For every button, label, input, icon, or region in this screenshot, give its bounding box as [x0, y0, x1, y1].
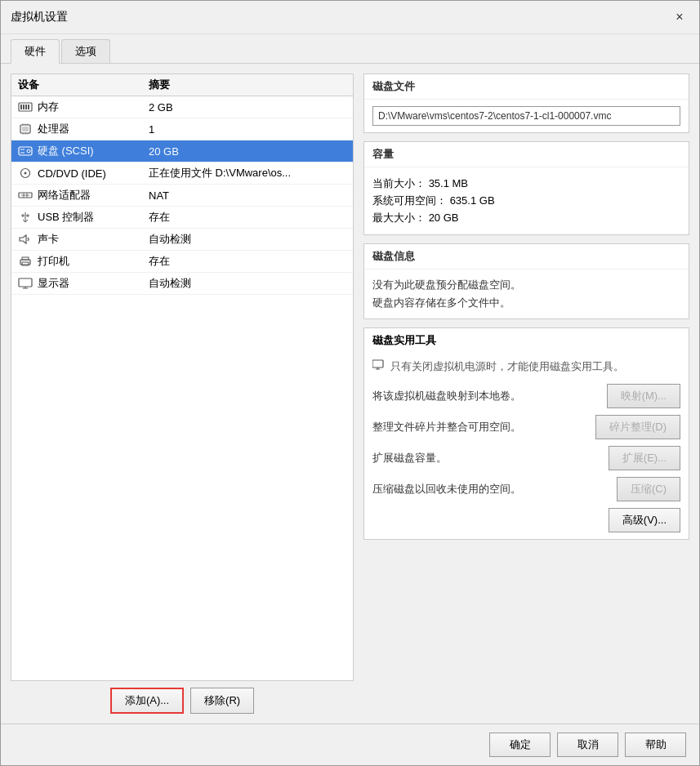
cdrom-icon: [18, 167, 33, 179]
device-name: 打印机: [38, 254, 69, 269]
defrag-label: 整理文件碎片并整合可用空间。: [372, 420, 595, 434]
max-size-value: 20 GB: [429, 212, 459, 224]
svg-rect-4: [28, 105, 29, 109]
table-row[interactable]: 显示器 自动检测: [11, 273, 353, 295]
table-row[interactable]: CD/DVD (IDE) 正在使用文件 D:\VMware\os...: [11, 163, 353, 185]
svg-rect-3: [25, 105, 27, 109]
capacity-title: 容量: [364, 142, 689, 167]
disk-utility-section: 磁盘实用工具 只有关闭虚拟机电源时，才能使用磁盘实用工具。 将该虚拟机磁盘映射到…: [363, 327, 689, 540]
max-size-label: 最大大小：: [372, 212, 426, 224]
device-name: 内存: [38, 100, 59, 114]
add-button[interactable]: 添加(A)...: [110, 688, 184, 714]
system-free-row: 系统可用空间： 635.1 GB: [372, 194, 680, 208]
max-size-row: 最大大小： 20 GB: [372, 211, 680, 225]
system-free-label: 系统可用空间：: [372, 194, 447, 207]
title-bar: 虚拟机设置 ×: [1, 1, 699, 34]
expand-button[interactable]: 扩展(E)...: [609, 446, 680, 470]
device-cell: USB 控制器: [18, 210, 149, 225]
disk-utility-title: 磁盘实用工具: [364, 328, 689, 353]
cancel-button[interactable]: 取消: [557, 733, 618, 757]
summary-cell: 正在使用文件 D:\VMware\os...: [149, 166, 346, 180]
disk-info-body: 没有为此硬盘预分配磁盘空间。 硬盘内容存储在多个文件中。: [364, 269, 689, 318]
table-row[interactable]: 网络适配器 NAT: [11, 185, 353, 207]
map-row: 将该虚拟机磁盘映射到本地卷。 映射(M)...: [372, 384, 680, 408]
expand-label: 扩展磁盘容量。: [372, 451, 609, 465]
device-cell: 打印机: [18, 254, 149, 269]
summary-cell: 自动检测: [149, 276, 346, 291]
printer-icon: [18, 256, 33, 267]
summary-cell: 存在: [149, 254, 346, 269]
utility-note: 只有关闭虚拟机电源时，才能使用磁盘实用工具。: [372, 359, 680, 374]
tab-hardware[interactable]: 硬件: [11, 39, 60, 64]
disk-info-line2: 硬盘内容存储在多个文件中。: [372, 294, 680, 312]
disk-file-section: 磁盘文件: [363, 73, 689, 133]
map-label: 将该虚拟机磁盘映射到本地卷。: [372, 389, 607, 403]
monitor-small-icon: [372, 359, 386, 373]
disk-file-input[interactable]: [372, 106, 680, 126]
current-size-row: 当前大小： 35.1 MB: [372, 176, 680, 191]
summary-cell: 1: [149, 123, 346, 136]
svg-rect-30: [372, 360, 383, 367]
table-row[interactable]: 处理器 1: [11, 118, 353, 140]
summary-cell: 存在: [149, 210, 346, 225]
defrag-button[interactable]: 碎片整理(D): [595, 415, 680, 439]
advanced-button[interactable]: 高级(V)...: [609, 508, 680, 532]
device-name: 声卡: [38, 232, 59, 247]
summary-cell: NAT: [149, 189, 346, 202]
right-panel: 磁盘文件 容量 当前大小： 35.1 MB 系统可用空间： 635.1 GB: [363, 73, 689, 714]
svg-rect-27: [19, 278, 32, 287]
map-button[interactable]: 映射(M)...: [607, 384, 680, 408]
defrag-row: 整理文件碎片并整合可用空间。 碎片整理(D): [372, 415, 680, 439]
memory-icon: [18, 101, 33, 113]
compress-label: 压缩磁盘以回收未使用的空间。: [372, 482, 617, 497]
utility-note-text: 只有关闭虚拟机电源时，才能使用磁盘实用工具。: [390, 359, 624, 374]
sound-icon: [18, 234, 33, 245]
table-row-harddisk[interactable]: 硬盘 (SCSI) 20 GB: [11, 140, 353, 163]
summary-cell: 自动检测: [149, 232, 346, 247]
current-size-label: 当前大小：: [372, 177, 426, 189]
svg-point-14: [27, 149, 30, 153]
ok-button[interactable]: 确定: [489, 733, 551, 757]
svg-marker-23: [20, 235, 26, 243]
disk-file-body: [364, 100, 689, 132]
device-name: USB 控制器: [38, 210, 94, 225]
table-row[interactable]: 内存 2 GB: [11, 96, 353, 118]
footer: 确定 取消 帮助: [1, 724, 699, 765]
summary-cell: 20 GB: [149, 145, 346, 158]
tab-options[interactable]: 选项: [61, 39, 110, 63]
device-name: 显示器: [38, 276, 69, 291]
table-row[interactable]: 打印机 存在: [11, 251, 353, 273]
svg-point-18: [25, 172, 27, 175]
compress-button[interactable]: 压缩(C): [617, 477, 680, 501]
compress-row: 压缩磁盘以回收未使用的空间。 压缩(C): [372, 477, 680, 501]
disk-file-title: 磁盘文件: [364, 74, 689, 100]
usb-icon: [18, 212, 33, 223]
left-panel: 设备 摘要 内存 2 GB: [11, 73, 354, 714]
device-name: 处理器: [38, 122, 69, 136]
device-cell: 硬盘 (SCSI): [18, 144, 149, 158]
device-name: CD/DVD (IDE): [38, 167, 106, 180]
disk-info-section: 磁盘信息 没有为此硬盘预分配磁盘空间。 硬盘内容存储在多个文件中。: [363, 243, 689, 319]
device-name: 网络适配器: [38, 188, 91, 203]
close-button[interactable]: ×: [670, 7, 689, 27]
window-title: 虚拟机设置: [11, 10, 68, 24]
svg-rect-26: [22, 257, 29, 260]
table-row[interactable]: 声卡 自动检测: [11, 229, 353, 251]
col-summary-header: 摘要: [149, 78, 346, 92]
device-cell: 声卡: [18, 232, 149, 247]
remove-button[interactable]: 移除(R): [190, 688, 254, 714]
device-cell: 内存: [18, 100, 149, 114]
content-area: 设备 摘要 内存 2 GB: [1, 64, 699, 724]
table-row[interactable]: USB 控制器 存在: [11, 207, 353, 229]
system-free-value: 635.1 GB: [450, 194, 495, 207]
tabs-bar: 硬件 选项: [1, 34, 699, 64]
bottom-buttons: 添加(A)... 移除(R): [11, 688, 354, 714]
device-cell: 显示器: [18, 276, 149, 291]
table-header: 设备 摘要: [11, 74, 353, 96]
main-window: 虚拟机设置 × 硬件 选项 设备 摘要 内存: [0, 0, 700, 766]
help-button[interactable]: 帮助: [625, 733, 686, 757]
summary-cell: 2 GB: [149, 101, 346, 114]
capacity-body: 当前大小： 35.1 MB 系统可用空间： 635.1 GB 最大大小： 20 …: [364, 167, 689, 234]
capacity-section: 容量 当前大小： 35.1 MB 系统可用空间： 635.1 GB 最大大小： …: [363, 141, 689, 235]
disk-info-line1: 没有为此硬盘预分配磁盘空间。: [372, 276, 680, 294]
